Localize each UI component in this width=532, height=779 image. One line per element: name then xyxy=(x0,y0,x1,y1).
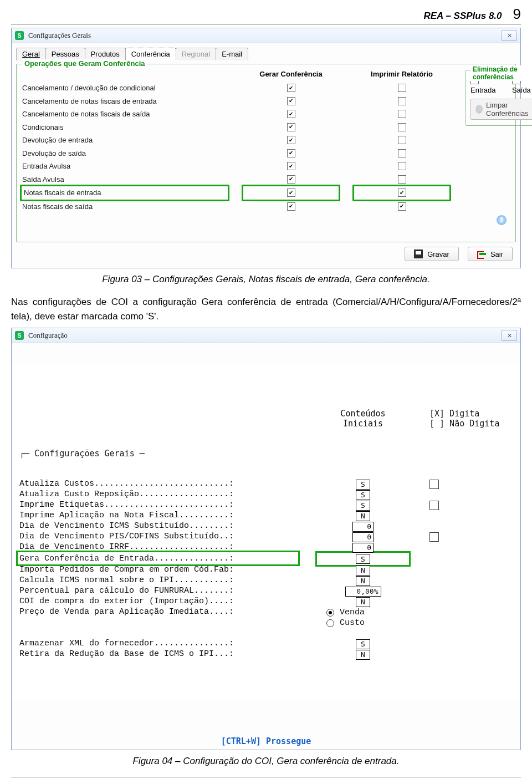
term-row-label: Imprime Etiquetas.......................… xyxy=(19,500,296,510)
term-value[interactable]: N xyxy=(356,650,370,660)
group-operacoes-legend: Operações que Geram Conferência xyxy=(22,59,147,68)
window1-title: Configurações Gerais xyxy=(28,31,502,40)
term-value[interactable]: N xyxy=(356,597,370,607)
col-imprimir-header: Imprimir Relatório xyxy=(355,70,449,78)
tab-geral[interactable]: Geral xyxy=(16,48,46,60)
row-label: Entrada Avulsa xyxy=(22,162,70,170)
term-value[interactable]: 0 xyxy=(352,543,374,553)
row-label: Condicionais xyxy=(22,123,63,131)
col-conteudos-header: Conteúdos Iniciais xyxy=(319,409,407,429)
chk-imprimir[interactable] xyxy=(398,97,406,105)
tab-pessoas[interactable]: Pessoas xyxy=(45,48,85,60)
term-value[interactable]: S xyxy=(356,490,370,500)
row-label: Devolução de saída xyxy=(22,149,86,157)
radio-custo[interactable] xyxy=(326,619,334,627)
row-label: Notas fiscais de saída xyxy=(22,202,93,211)
window-configuracao-coi: S Configuração ✕ ┌─ Configurações Gerais… xyxy=(11,328,521,750)
term-row-label: Dia de Vencimento ICMS Substituído......… xyxy=(19,521,296,531)
clear-icon xyxy=(475,105,483,114)
chk-gerar[interactable] xyxy=(287,162,295,170)
term-value[interactable]: N xyxy=(356,576,370,586)
exit-icon xyxy=(477,250,486,258)
help-icon[interactable]: ? xyxy=(497,215,507,225)
figure-caption-1: Figura 03 – Configurações Gerais, Notas … xyxy=(11,274,521,285)
window1-titlebar: S Configurações Gerais ✕ xyxy=(12,28,520,43)
body-paragraph-1: Nas configurações de COI a configuração … xyxy=(11,295,521,323)
footer-divider xyxy=(11,777,521,777)
close-icon[interactable]: ✕ xyxy=(502,30,517,41)
btn-limpar-conferencias[interactable]: Limpar Conferências xyxy=(470,99,532,120)
tab-produtos[interactable]: Produtos xyxy=(85,48,126,60)
chk-imprimir[interactable] xyxy=(398,162,406,170)
group-operacoes: Operações que Geram Conferência Cancelam… xyxy=(16,64,516,242)
term-row-label: Atualiza Custo Reposição................… xyxy=(19,489,296,500)
term-row-label: Dia de Vencimento PIS/COFINS Substituído… xyxy=(19,531,296,542)
chk-digita[interactable] xyxy=(429,501,439,510)
close-icon[interactable]: ✕ xyxy=(502,330,517,341)
sair-button[interactable]: Sair xyxy=(468,247,513,261)
chk-gerar[interactable] xyxy=(287,189,295,197)
figure-caption-2: Figura 04 – Configuração do COI, Gera co… xyxy=(11,756,521,767)
term-value[interactable]: S xyxy=(356,639,370,649)
term-value[interactable]: 0 xyxy=(352,532,374,542)
term-value[interactable]: N xyxy=(356,511,370,521)
chk-digita[interactable] xyxy=(429,532,439,542)
chk-imprimir[interactable] xyxy=(398,123,406,131)
app-icon: S xyxy=(15,31,24,40)
window-configuracoes-gerais: S Configurações Gerais ✕ Geral Pessoas P… xyxy=(11,28,521,268)
chk-imprimir[interactable] xyxy=(398,84,406,92)
col-digita-header: [X] Digita [ ] Não Digita xyxy=(429,409,513,429)
chk-imprimir[interactable] xyxy=(398,149,406,157)
term-value[interactable]: 0,00% xyxy=(345,587,381,597)
chk-gerar[interactable] xyxy=(287,202,295,211)
row-label: Cancelamento de notas fiscais de saída xyxy=(22,110,150,118)
chk-digita[interactable] xyxy=(429,480,439,489)
chk-gerar[interactable] xyxy=(287,97,295,105)
chk-imprimir[interactable] xyxy=(398,175,406,184)
save-icon xyxy=(414,250,423,258)
app-icon: S xyxy=(15,331,24,340)
header-title: REA – SSPlus 8.0 xyxy=(423,11,502,22)
chk-imprimir[interactable] xyxy=(398,202,406,211)
chk-gerar[interactable] xyxy=(287,123,295,131)
chk-imprimir[interactable] xyxy=(398,189,406,197)
row-label: Devolução de entrada xyxy=(22,136,93,144)
window2-title: Configuração xyxy=(28,331,502,340)
tab-email[interactable]: E-mail xyxy=(216,48,248,60)
term-row-label: Preço de Venda para Aplicação Imediata..… xyxy=(19,607,296,617)
chk-imprimir[interactable] xyxy=(398,136,406,144)
row-label: Notas fiscais de entrada xyxy=(24,189,101,197)
chk-gerar[interactable] xyxy=(287,84,295,92)
chk-gerar[interactable] xyxy=(287,175,295,184)
group-eliminacao: Eliminação de conferências Entrada Saída… xyxy=(466,70,532,126)
prossegue-hint: [CTRL+W] Prossegue xyxy=(12,734,520,750)
term-value[interactable]: S xyxy=(356,554,370,564)
term-row-label: Armazenar XML do fornecedor.............… xyxy=(19,638,296,649)
page-number: 9 xyxy=(513,6,521,23)
term-row-highlight: Gera Conferência de Entrada.............… xyxy=(16,551,300,566)
term-row-label: Retira da Redução da Base de ICMS o IPI.… xyxy=(19,649,296,659)
term-row-label: Imprime Aplicação na Nota Fiscal........… xyxy=(19,510,296,521)
term-value[interactable]: 0 xyxy=(352,522,374,532)
row-label: Cancelamento / devolução de condicional xyxy=(22,84,156,92)
window2-titlebar: S Configuração ✕ xyxy=(12,328,520,343)
term-value[interactable]: N xyxy=(356,566,370,576)
chk-gerar[interactable] xyxy=(287,136,295,144)
row-label: Cancelamento de notas fiscais de entrada xyxy=(22,97,157,105)
chk-gerar[interactable] xyxy=(287,110,295,118)
term-value[interactable]: S xyxy=(356,480,370,490)
tabs: Geral Pessoas Produtos Conferência Regio… xyxy=(16,48,516,60)
term-row-label: COI de compra do exterior (Importação)..… xyxy=(19,596,296,607)
term-row-label: Atualiza Custos.........................… xyxy=(19,478,296,489)
term-row-label: Importa Pedidos de Compra em ordem Cód.F… xyxy=(19,564,296,575)
term-group-label: ┌─ Configurações Gerais ─ xyxy=(19,449,296,459)
gravar-button[interactable]: Gravar xyxy=(405,247,459,261)
chk-imprimir[interactable] xyxy=(398,110,406,118)
radio-venda[interactable] xyxy=(326,609,334,617)
term-value[interactable]: S xyxy=(356,501,370,511)
col-gerar-header: Gerar Conferência xyxy=(244,70,338,78)
term-row-label: Calcula ICMS normal sobre o IPI.........… xyxy=(19,575,296,585)
chk-gerar[interactable] xyxy=(287,149,295,157)
tab-conferencia[interactable]: Conferência xyxy=(125,48,176,60)
group-eliminacao-legend: Eliminação de conferências xyxy=(470,65,532,81)
